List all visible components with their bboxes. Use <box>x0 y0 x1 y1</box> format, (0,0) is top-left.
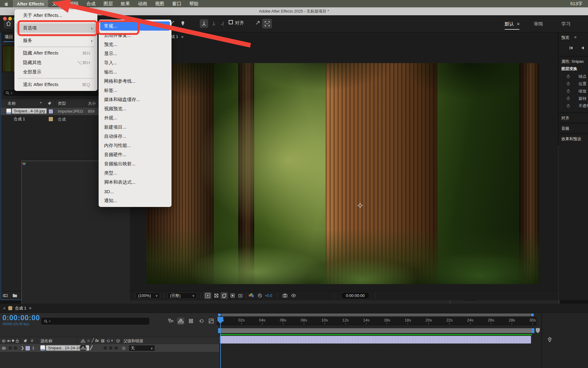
menu-item[interactable] <box>17 78 94 79</box>
menubar-item[interactable]: 视图 <box>151 0 168 7</box>
close-icon[interactable]: × <box>3 306 6 311</box>
menubar-item[interactable]: 合成 <box>82 0 100 7</box>
ne-arrow-icon[interactable] <box>255 20 261 25</box>
workspace-tab-review[interactable]: 审阅 <box>534 19 543 28</box>
layer-row[interactable]: ❯ 1 Snipast...10-24-16.jpg ╱ ◎ 无 ∨ <box>0 344 219 352</box>
menubar-item[interactable]: 动画 <box>134 0 151 7</box>
submenu-item[interactable]: 音频硬件... <box>99 150 172 159</box>
menubar-item[interactable]: 效果 <box>117 0 134 7</box>
column-parent-link[interactable]: 父级和链接 <box>123 338 143 344</box>
interpret-footage-button[interactable] <box>3 293 8 298</box>
tab-audio[interactable]: 音频 <box>561 126 569 131</box>
workspace-menu-icon[interactable]: ≡ <box>517 21 519 26</box>
menu-item[interactable]: 隐藏 After Effects ⌘H <box>14 48 97 58</box>
tab-align[interactable]: 对齐 <box>561 115 569 121</box>
stopwatch-icon[interactable] <box>566 103 570 108</box>
work-area-end-handle[interactable] <box>532 328 534 333</box>
property-label[interactable]: 锚点 <box>579 74 586 79</box>
submenu-item[interactable]: 媒体和磁盘缓存... <box>99 95 172 104</box>
input-method-status[interactable]: 513字 <box>570 1 588 7</box>
previous-frame-button[interactable] <box>580 45 585 50</box>
menu-item[interactable] <box>17 21 94 22</box>
submenu-item[interactable]: 视频预览... <box>99 104 172 113</box>
pan-bar-left-cap[interactable] <box>218 314 221 316</box>
region-of-interest-button[interactable] <box>221 292 228 299</box>
submenu-item[interactable]: 预览... <box>99 40 172 49</box>
reset-exposure-button[interactable] <box>256 292 263 299</box>
composition-viewer[interactable] <box>146 63 539 284</box>
submenu-item[interactable]: 网格和参考线... <box>99 77 172 86</box>
menubar-item[interactable]: 图层 <box>100 0 117 7</box>
submenu-item[interactable]: 音频输出映射... <box>99 159 172 168</box>
hide-shy-layers-button[interactable] <box>177 317 184 325</box>
submenu-item[interactable]: 启动并修复... <box>99 31 172 40</box>
submenu-item[interactable]: 类型... <box>99 168 172 178</box>
menu-item[interactable]: 首选项 › <box>16 23 96 33</box>
show-snapshot-button[interactable] <box>290 292 297 299</box>
column-type[interactable]: 类型 <box>58 101 66 106</box>
parent-link-dropdown[interactable]: 无 ∨ <box>129 345 155 351</box>
menubar-item[interactable]: 文件 <box>48 0 65 7</box>
property-label[interactable]: 缩放 <box>579 88 586 94</box>
menubar-item[interactable]: 窗口 <box>168 0 185 7</box>
comp-marker-bin-icon[interactable] <box>535 328 540 334</box>
exposure-crop-button[interactable] <box>237 292 244 299</box>
magnification-dropdown[interactable]: (100%) ∨ <box>136 292 160 299</box>
layer-motion-blur-toggle[interactable] <box>114 346 118 350</box>
stopwatch-icon[interactable] <box>566 96 570 100</box>
fast-previews-button[interactable] <box>204 292 211 299</box>
stopwatch-icon[interactable] <box>566 74 570 78</box>
comp-label-swatch[interactable] <box>8 306 12 310</box>
layer-shy-toggle[interactable] <box>80 345 86 351</box>
submenu-item[interactable]: 脚本和表达式... <box>99 178 172 187</box>
item-name[interactable]: Snipast...4-16.jpg <box>12 108 47 114</box>
window-minimize-button[interactable] <box>8 17 12 21</box>
search-scope-chevron-icon[interactable]: ∨ <box>10 92 13 95</box>
stopwatch-icon[interactable] <box>566 81 570 86</box>
take-snapshot-button[interactable] <box>281 292 288 299</box>
menubar-item[interactable]: 编辑 <box>65 0 82 7</box>
layer-anchor-point-icon[interactable] <box>357 202 363 208</box>
graph-editor-button[interactable] <box>207 317 215 325</box>
item-name[interactable]: 合成 1 <box>12 116 27 122</box>
frame-blending-button[interactable] <box>187 317 194 325</box>
world-axis-mode-button[interactable] <box>209 19 218 28</box>
panel-menu-icon[interactable]: ≡ <box>29 306 32 310</box>
layer-solo-toggle[interactable] <box>13 346 17 350</box>
layer-quality-toggle[interactable]: ╱ <box>90 345 92 350</box>
transform-group-title[interactable]: 图层变换 <box>561 66 577 72</box>
submenu-item[interactable]: 常规... ⌥⌘; <box>100 21 170 31</box>
sort-asc-icon[interactable]: ▲ <box>40 101 42 104</box>
stopwatch-icon[interactable] <box>566 88 570 93</box>
layer-effect-toggle[interactable] <box>103 346 107 350</box>
transparency-grid-button[interactable] <box>213 292 220 299</box>
label-color-swatch[interactable] <box>48 117 53 122</box>
apple-menu[interactable] <box>0 0 13 7</box>
column-size[interactable]: 大小 <box>88 101 96 106</box>
puppet-pin-tool[interactable] <box>179 19 187 28</box>
snapping-checkbox[interactable] <box>228 20 233 25</box>
playhead-handle[interactable] <box>217 317 224 324</box>
menu-item[interactable]: 隐藏其他 ⌥⌘H <box>14 58 97 67</box>
label-color-swatch[interactable] <box>48 109 53 114</box>
submenu-item[interactable]: 3D... <box>99 187 172 196</box>
submenu-item[interactable]: 通知... <box>99 196 172 205</box>
layer-label-swatch[interactable] <box>25 346 30 351</box>
submenu-item[interactable]: 外观... <box>99 113 172 122</box>
view-axis-mode-button[interactable] <box>219 19 227 28</box>
submenu-item[interactable]: 内存与性能... <box>99 141 172 150</box>
timeline-tab-label[interactable]: 合成 1 <box>15 306 26 311</box>
tab-preview[interactable]: 预览 <box>561 35 569 40</box>
work-area-bar[interactable] <box>218 328 534 333</box>
menu-item[interactable]: 退出 After Effects ⌘Q <box>14 80 97 89</box>
panel-menu-icon[interactable]: ≡ <box>574 35 577 39</box>
parent-pickwhip-icon[interactable]: ◎ <box>122 346 125 350</box>
workspace-tab-learn[interactable]: 学习 <box>561 19 571 28</box>
menu-item[interactable]: 全部显示 <box>14 67 97 77</box>
exposure-value[interactable]: +0.0 <box>265 294 272 298</box>
motion-blur-button[interactable] <box>197 317 205 325</box>
viewer-timecode[interactable]: 0:00:00:00 <box>341 292 370 299</box>
menubar-item[interactable]: 帮助 <box>185 0 202 7</box>
menu-item[interactable] <box>17 34 94 35</box>
panel-menu-icon[interactable]: ≡ <box>181 35 184 39</box>
